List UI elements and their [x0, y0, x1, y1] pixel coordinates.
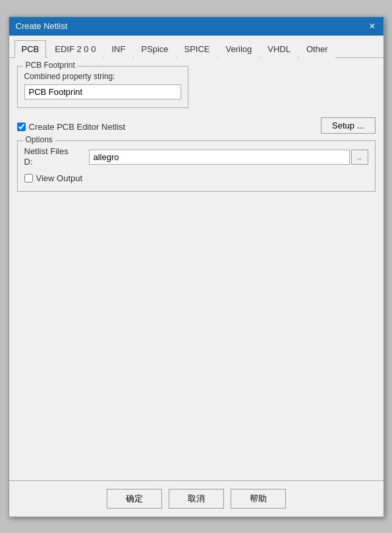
tab-edif[interactable]: EDIF 2 0 0	[47, 40, 103, 58]
create-pcb-checkbox[interactable]	[17, 123, 26, 131]
title-bar: Create Netlist ×	[9, 17, 383, 36]
netlist-files-input[interactable]	[89, 150, 350, 165]
netlist-files-label: Netlist Files D:	[24, 146, 84, 169]
dialog-body: PCB EDIF 2 0 0 INF PSpice SPICE Verilog …	[9, 36, 383, 480]
view-output-row: View Output	[24, 173, 368, 183]
view-output-checkbox[interactable]	[24, 174, 33, 182]
cancel-button[interactable]: 取消	[169, 489, 224, 509]
browse-button[interactable]: ..	[351, 150, 368, 165]
tab-inf[interactable]: INF	[104, 40, 132, 58]
options-group: Options Netlist Files D: .. View Output	[17, 140, 376, 192]
netlist-input-wrapper: ..	[89, 150, 368, 165]
tab-pcb[interactable]: PCB	[14, 40, 47, 58]
pcb-footprint-legend: PCB Footprint	[23, 61, 78, 70]
tab-other[interactable]: Other	[299, 40, 335, 58]
options-legend: Options	[23, 135, 55, 144]
close-button[interactable]: ×	[368, 21, 376, 32]
create-pcb-label[interactable]: Create PCB Editor Netlist	[29, 122, 126, 132]
tab-content-pcb: PCB Footprint Combined property string: …	[9, 58, 383, 480]
tab-pspice[interactable]: PSpice	[134, 40, 175, 58]
pcb-footprint-group: PCB Footprint Combined property string:	[17, 66, 188, 108]
dialog-window: Create Netlist × PCB EDIF 2 0 0 INF PSpi…	[9, 16, 384, 517]
tab-verilog[interactable]: Verilog	[219, 40, 260, 58]
tab-vhdl[interactable]: VHDL	[260, 40, 298, 58]
dialog-title: Create Netlist	[16, 21, 68, 31]
netlist-files-row: Netlist Files D: ..	[24, 146, 368, 169]
ok-button[interactable]: 确定	[107, 489, 162, 509]
combined-property-input[interactable]	[24, 84, 181, 99]
combined-property-label: Combined property string:	[24, 72, 181, 81]
help-button[interactable]: 帮助	[231, 489, 286, 509]
view-output-label[interactable]: View Output	[36, 173, 83, 183]
create-pcb-checkbox-row: Create PCB Editor Netlist	[17, 122, 126, 132]
content-spacer	[17, 198, 376, 472]
tab-bar: PCB EDIF 2 0 0 INF PSpice SPICE Verilog …	[9, 36, 383, 58]
tab-spice[interactable]: SPICE	[177, 40, 217, 58]
setup-button[interactable]: Setup ...	[321, 117, 375, 134]
dialog-footer: 确定 取消 帮助	[9, 480, 383, 517]
